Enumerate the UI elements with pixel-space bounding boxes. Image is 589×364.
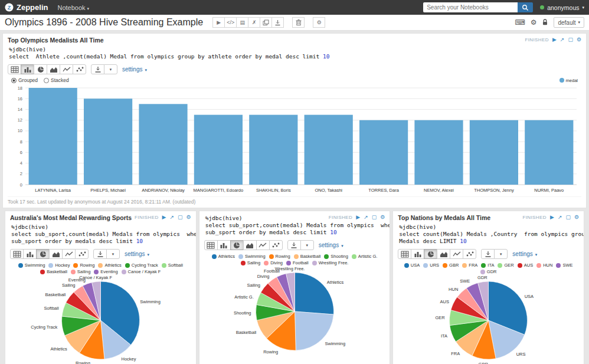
chart-type-pie-button[interactable] (230, 240, 244, 250)
chart-type-scatter-button[interactable] (73, 64, 86, 74)
clear-output-icon[interactable]: ✗ (248, 17, 260, 28)
legend-item[interactable]: Sailing (71, 269, 91, 274)
download-caret-button[interactable]: ▼ (494, 249, 508, 259)
legend-item[interactable]: AUS (518, 263, 533, 268)
legend-item[interactable]: USA (404, 263, 420, 268)
code-editor[interactable]: %jdbc(hive)select count(Medal) Medals ,C… (398, 221, 579, 248)
download-data-button[interactable] (91, 64, 104, 74)
legend-item[interactable]: Eventing (94, 269, 117, 274)
chart-type-pie-button[interactable] (34, 64, 47, 74)
legend-item[interactable]: HUN (536, 263, 552, 268)
legend-item[interactable]: GBR (443, 263, 459, 268)
settings-toggle-link[interactable]: settings ▼ (512, 251, 538, 257)
code-editor[interactable]: %jdbc(hive)select Athlete ,count(medal) … (8, 44, 581, 64)
code-editor[interactable]: %jdbc(hive)select sub_sport,count(medal)… (10, 221, 191, 248)
legend-item[interactable]: Rowing (73, 263, 94, 268)
chart-type-bar-button[interactable] (23, 249, 37, 259)
user-menu[interactable]: anonymous ▾ (540, 4, 584, 11)
chart-type-table-button[interactable] (10, 249, 24, 259)
legend-item[interactable]: GDR (480, 269, 497, 274)
zeppelin-brand[interactable]: Z Zeppelin (5, 3, 48, 12)
chart-type-pie-button[interactable] (36, 249, 50, 259)
settings-toggle-link[interactable]: settings ▼ (125, 251, 150, 257)
toggle-editor-icon[interactable]: ↗ (364, 215, 368, 220)
legend-item[interactable]: Canoe / Kayak F (122, 269, 161, 274)
schedule-cron-icon[interactable]: ⚙ (313, 17, 325, 28)
download-caret-button[interactable]: ▼ (300, 240, 314, 250)
chart-type-area-button[interactable] (243, 240, 257, 250)
notebook-menu[interactable]: Notebook ▾ (57, 4, 89, 11)
legend-item[interactable]: ITA (481, 263, 494, 268)
chart-type-line-button[interactable] (60, 64, 73, 74)
interpreter-binding-gear-icon[interactable]: ⚙ (531, 19, 537, 26)
legend-item[interactable]: Athletics (212, 254, 235, 259)
chart-type-bar-button[interactable] (217, 240, 231, 250)
legend-item[interactable]: Softball (162, 263, 183, 268)
search-input[interactable] (423, 2, 518, 12)
chart-type-table-button[interactable] (204, 240, 218, 250)
show-hide-code-icon[interactable]: </> (224, 17, 237, 28)
settings-toggle-link[interactable]: settings ▼ (319, 242, 344, 248)
maximize-paragraph-icon[interactable]: ▢ (372, 215, 377, 220)
chart-type-table-button[interactable] (8, 64, 21, 74)
legend-item[interactable]: Basketball (294, 254, 321, 259)
search-button[interactable] (518, 2, 533, 12)
export-note-icon[interactable] (271, 17, 284, 28)
legend-item[interactable]: Swimming (18, 263, 45, 268)
chart-type-bar-button[interactable] (411, 249, 424, 259)
delete-note-icon[interactable] (292, 17, 305, 28)
legend-item[interactable]: GER (498, 263, 513, 268)
legend-item[interactable]: Wrestling Free. (312, 260, 349, 265)
download-data-button[interactable] (481, 249, 495, 259)
run-all-paragraphs-icon[interactable]: ▶ (212, 17, 225, 28)
legend-item[interactable]: medal (559, 78, 578, 83)
show-hide-output-icon[interactable]: ▤ (236, 17, 248, 28)
paragraph-gear-icon[interactable]: ⚙ (577, 37, 581, 42)
legend-item[interactable]: Shooting (324, 254, 348, 259)
download-data-button[interactable] (93, 249, 107, 259)
chart-type-bar-button[interactable] (21, 64, 34, 74)
download-caret-button[interactable]: ▼ (104, 64, 117, 74)
legend-item[interactable]: Cycling Track (125, 263, 158, 268)
clone-note-icon[interactable] (260, 17, 272, 28)
settings-toggle-link[interactable]: settings ▼ (122, 66, 148, 73)
legend-item[interactable]: FRA (462, 263, 477, 268)
chart-type-pie-button[interactable] (424, 249, 437, 259)
legend-item[interactable]: Athletics (98, 263, 121, 268)
chart-type-area-button[interactable] (437, 249, 450, 259)
maximize-paragraph-icon[interactable]: ▢ (178, 215, 183, 220)
stacked-radio[interactable]: Stacked (44, 77, 69, 83)
legend-item[interactable]: Artistic G. (352, 254, 378, 259)
display-mode-dropdown[interactable]: default▾ (554, 17, 584, 28)
legend-item[interactable]: Diving (264, 260, 283, 265)
chart-type-scatter-button[interactable] (75, 249, 89, 259)
run-paragraph-icon[interactable]: ▶ (162, 215, 166, 220)
run-paragraph-icon[interactable]: ▶ (552, 37, 557, 42)
chart-type-line-button[interactable] (62, 249, 76, 259)
legend-item[interactable]: Swimming (238, 254, 266, 259)
download-data-button[interactable] (287, 240, 301, 250)
legend-item[interactable]: SWE (556, 263, 572, 268)
chart-type-scatter-button[interactable] (463, 249, 476, 259)
legend-item[interactable]: Rowing (269, 254, 290, 259)
legend-item[interactable]: Sailing (241, 260, 261, 265)
maximize-paragraph-icon[interactable]: ▢ (565, 215, 571, 220)
chart-type-scatter-button[interactable] (269, 240, 283, 250)
paragraph-gear-icon[interactable]: ⚙ (380, 215, 385, 220)
toggle-editor-icon[interactable]: ↗ (558, 215, 562, 220)
run-paragraph-icon[interactable]: ▶ (356, 215, 360, 220)
legend-item[interactable]: Hockey (48, 263, 70, 268)
note-permissions-lock-icon[interactable] (542, 18, 548, 27)
chart-type-area-button[interactable] (47, 64, 60, 74)
maximize-paragraph-icon[interactable]: ▢ (568, 37, 573, 42)
toggle-editor-icon[interactable]: ↗ (170, 215, 175, 220)
paragraph-gear-icon[interactable]: ⚙ (186, 215, 191, 220)
chart-type-table-button[interactable] (398, 249, 411, 259)
chart-type-line-button[interactable] (450, 249, 463, 259)
legend-item[interactable]: URS (423, 263, 439, 268)
grouped-radio[interactable]: Grouped (11, 77, 38, 83)
legend-item[interactable]: Basketball (40, 269, 67, 274)
keyboard-shortcuts-icon[interactable]: ⌨ (515, 19, 525, 26)
chart-type-line-button[interactable] (256, 240, 270, 250)
download-caret-button[interactable]: ▼ (106, 249, 120, 259)
